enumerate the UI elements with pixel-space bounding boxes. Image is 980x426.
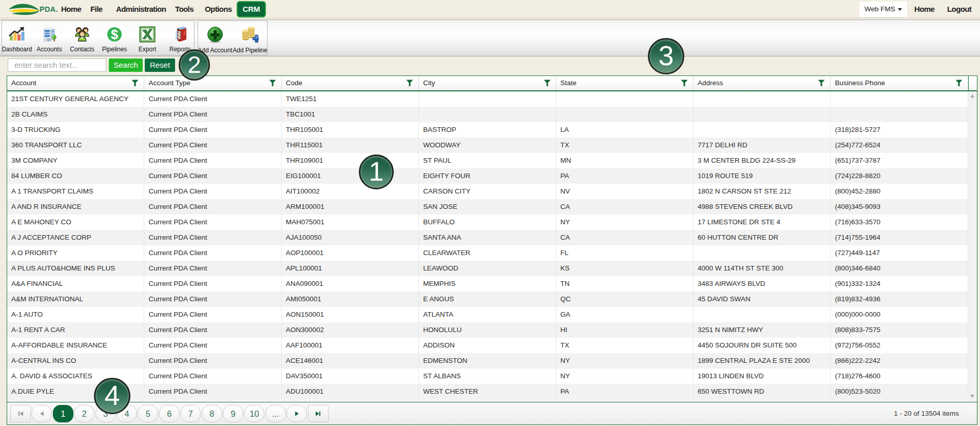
svg-text:$: $ <box>111 27 118 42</box>
